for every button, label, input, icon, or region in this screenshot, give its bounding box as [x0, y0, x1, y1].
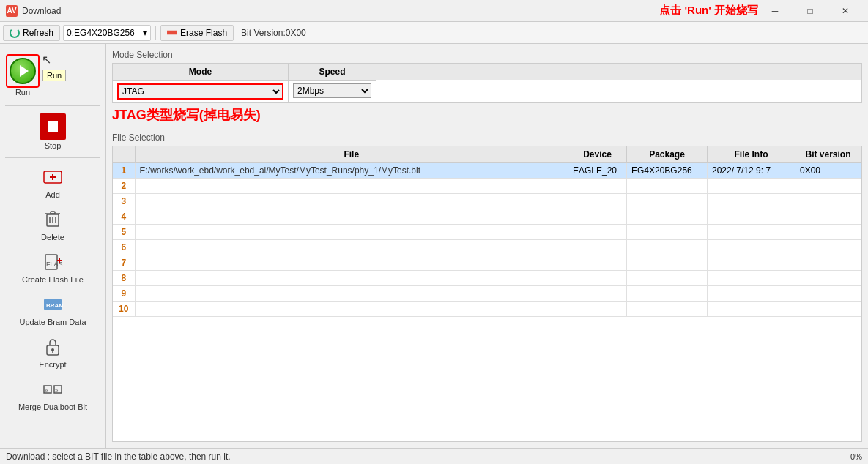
mode-select[interactable]: JTAG SPI Active SPI Passive	[117, 83, 283, 100]
table-row[interactable]: 2	[113, 179, 861, 194]
row-bitversion	[795, 225, 861, 240]
sidebar-item-run[interactable]: ↖ Run Run	[0, 50, 105, 101]
annotation-run: 点击 'Run' 开始烧写	[659, 4, 758, 18]
row-number: 3	[113, 194, 135, 209]
device-selector[interactable]: 0:EG4X20BG256 ▾	[63, 25, 151, 41]
row-bitversion	[795, 302, 861, 317]
sidebar-divider-1	[5, 105, 100, 106]
col-bitversion: Bit version	[795, 146, 861, 163]
restore-button[interactable]: □	[793, 0, 827, 22]
row-bitversion	[795, 286, 861, 302]
sidebar-item-stop[interactable]: Stop	[0, 111, 105, 153]
sidebar-item-add[interactable]: Add	[0, 162, 105, 202]
row-bitversion: 0X00	[795, 163, 861, 179]
erase-flash-button[interactable]: Erase Flash	[160, 25, 234, 41]
run-label: Run	[15, 88, 30, 97]
add-label: Add	[45, 190, 60, 199]
file-table: File Device Package File Info Bit versio…	[113, 146, 861, 317]
refresh-label: Refresh	[23, 28, 53, 38]
row-number: 6	[113, 240, 135, 255]
refresh-icon	[10, 28, 20, 38]
row-package	[627, 271, 708, 286]
speed-cell: 2Mbps 4Mbps 6Mbps 8Mbps	[289, 80, 376, 102]
mode-table: Mode Speed JTAG SPI Active SPI Passive 2…	[112, 63, 862, 103]
mode-section: Mode Selection Mode Speed JTAG SPI Activ…	[112, 50, 862, 127]
table-row[interactable]: 6	[113, 240, 861, 255]
row-package	[627, 286, 708, 302]
row-number: 10	[113, 302, 135, 317]
run-button[interactable]	[10, 58, 36, 84]
row-package	[627, 302, 708, 317]
sidebar-item-update-bram[interactable]: BRAM Update Bram Data	[0, 290, 105, 329]
row-device	[568, 179, 627, 194]
row-fileinfo	[708, 302, 795, 317]
right-panel: Mode Selection Mode Speed JTAG SPI Activ…	[106, 44, 868, 448]
table-row[interactable]: 10	[113, 302, 861, 317]
table-row[interactable]: 9	[113, 286, 861, 302]
jtag-annotation: JTAG类型烧写(掉电易失)	[112, 106, 862, 124]
row-file	[135, 302, 568, 317]
table-row[interactable]: 3	[113, 194, 861, 209]
row-bitversion	[795, 255, 861, 271]
row-bitversion	[795, 209, 861, 225]
row-fileinfo	[708, 240, 795, 255]
row-bitversion	[795, 179, 861, 194]
table-row[interactable]: 1E:/works/work_ebd/work_ebd_al/MyTest/My…	[113, 163, 861, 179]
row-device	[568, 225, 627, 240]
row-file	[135, 209, 568, 225]
row-package	[627, 194, 708, 209]
run-tooltip: Run	[42, 70, 66, 81]
row-package	[627, 225, 708, 240]
row-device	[568, 255, 627, 271]
toolbar-separator	[155, 26, 156, 40]
speed-select[interactable]: 2Mbps 4Mbps 6Mbps 8Mbps	[293, 83, 371, 98]
row-bitversion	[795, 271, 861, 286]
row-file	[135, 179, 568, 194]
table-row[interactable]: 7	[113, 255, 861, 271]
table-row[interactable]: 8	[113, 271, 861, 286]
sidebar-item-create-flash[interactable]: FLASH Create Flash File	[0, 247, 105, 287]
row-number: 5	[113, 225, 135, 240]
svg-text:BRAM: BRAM	[46, 302, 63, 309]
row-number: 4	[113, 209, 135, 225]
row-file: E:/works/work_ebd/work_ebd_al/MyTest/MyT…	[135, 163, 568, 179]
svg-text:FLASH: FLASH	[46, 261, 63, 268]
col-device: Device	[568, 146, 627, 163]
col-package: Package	[627, 146, 708, 163]
row-file	[135, 286, 568, 302]
row-device	[568, 194, 627, 209]
window-controls: ─ □ ✕	[758, 0, 862, 22]
row-package	[627, 209, 708, 225]
row-package	[627, 240, 708, 255]
row-file	[135, 255, 568, 271]
file-section: File Selection File Device Package File …	[112, 132, 862, 442]
svg-point-16	[51, 348, 54, 351]
row-fileinfo	[708, 194, 795, 209]
close-button[interactable]: ✕	[828, 0, 862, 22]
sidebar-divider-2	[5, 157, 100, 158]
col-index	[113, 146, 135, 163]
refresh-button[interactable]: Refresh	[3, 25, 60, 41]
update-bram-icon: BRAM	[41, 293, 64, 316]
row-number: 2	[113, 179, 135, 194]
minimize-button[interactable]: ─	[758, 0, 792, 22]
device-dropdown-icon[interactable]: ▾	[143, 28, 147, 38]
row-package: EG4X20BG256	[627, 163, 708, 179]
sidebar-item-encrypt[interactable]: Encrypt	[0, 332, 105, 372]
sidebar-item-delete[interactable]: Delete	[0, 205, 105, 244]
row-fileinfo	[708, 209, 795, 225]
svg-text:»: »	[55, 387, 59, 394]
row-bitversion	[795, 194, 861, 209]
delete-icon	[41, 208, 64, 231]
row-device	[568, 302, 627, 317]
row-fileinfo	[708, 286, 795, 302]
mode-row: JTAG SPI Active SPI Passive 2Mbps 4Mbps …	[113, 80, 861, 102]
row-file	[135, 271, 568, 286]
add-icon	[41, 165, 64, 189]
merge-label: Merge Dualboot Bit	[18, 403, 87, 411]
sidebar-item-merge[interactable]: » » Merge Dualboot Bit	[0, 375, 105, 414]
table-row[interactable]: 5	[113, 225, 861, 240]
row-device	[568, 286, 627, 302]
table-row[interactable]: 4	[113, 209, 861, 225]
row-package	[627, 255, 708, 271]
